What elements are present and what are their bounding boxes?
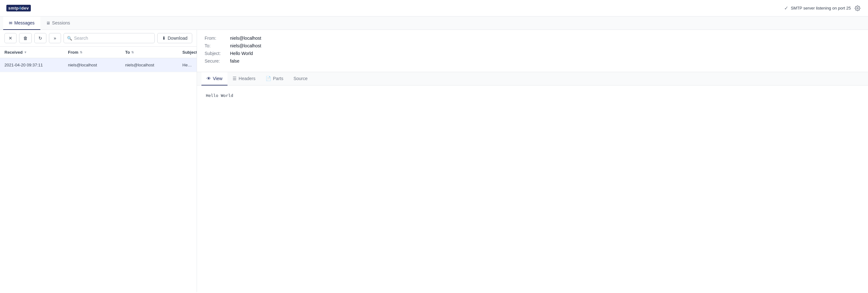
parts-tab-label: Parts bbox=[273, 76, 283, 81]
detail-from-row: From: niels@localhost bbox=[205, 36, 860, 41]
left-panel: ✕ 🗑 ↻ » 🔍 ⬇ Download R bbox=[0, 30, 197, 292]
detail-to-value: niels@localhost bbox=[230, 43, 261, 48]
logo: smtp4dev bbox=[6, 5, 31, 11]
table-header: Received ▼ From ⇅ To ⇅ Subject ⇅ bbox=[0, 47, 197, 58]
refresh-icon: ↻ bbox=[38, 36, 42, 41]
email-details: From: niels@localhost To: niels@localhos… bbox=[197, 30, 868, 72]
view-tab-label: View bbox=[213, 76, 222, 81]
detail-from-label: From: bbox=[205, 36, 230, 41]
detail-subject-label: Subject: bbox=[205, 51, 230, 56]
server-status-text: SMTP server listening on port 25 bbox=[791, 6, 851, 10]
forward-button[interactable]: » bbox=[49, 33, 61, 43]
close-button[interactable]: ✕ bbox=[4, 33, 17, 43]
status-check-icon: ✓ bbox=[784, 5, 788, 11]
email-body: Hello World bbox=[197, 86, 868, 292]
logo-four: 4 bbox=[19, 6, 21, 10]
logo-smtp: smtp bbox=[8, 6, 19, 10]
sessions-tab-icon: 🖥 bbox=[46, 21, 50, 25]
search-input[interactable] bbox=[74, 36, 151, 41]
col-to: To ⇅ bbox=[125, 50, 182, 55]
search-icon: 🔍 bbox=[67, 36, 72, 41]
logo-dev: dev bbox=[21, 6, 29, 10]
col-received: Received ▼ bbox=[4, 50, 68, 55]
svg-point-0 bbox=[857, 7, 859, 9]
messages-tab-icon: ✉ bbox=[9, 21, 12, 25]
messages-table: Received ▼ From ⇅ To ⇅ Subject ⇅ 2021-04… bbox=[0, 47, 197, 292]
detail-to-label: To: bbox=[205, 43, 230, 48]
right-panel: From: niels@localhost To: niels@localhos… bbox=[197, 30, 868, 292]
server-status: ✓ SMTP server listening on port 25 bbox=[784, 4, 862, 12]
messages-tab-label: Messages bbox=[14, 20, 35, 25]
parts-icon: 📄 bbox=[266, 76, 271, 81]
sort-icon-to: ⇅ bbox=[131, 51, 134, 54]
tab-sessions[interactable]: 🖥 Sessions bbox=[40, 17, 76, 30]
detail-secure-value: false bbox=[230, 58, 240, 64]
table-row[interactable]: 2021-04-20 09:37:11 niels@localhost niel… bbox=[0, 58, 197, 72]
toolbar: ✕ 🗑 ↻ » 🔍 ⬇ Download bbox=[0, 30, 197, 47]
tab-messages[interactable]: ✉ Messages bbox=[3, 17, 40, 30]
tab-bar: ✉ Messages 🖥 Sessions bbox=[0, 17, 868, 30]
cell-from: niels@localhost bbox=[68, 63, 125, 67]
detail-secure-row: Secure: false bbox=[205, 58, 860, 64]
view-tabs: 👁 View ☰ Headers 📄 Parts Source bbox=[197, 72, 868, 86]
eye-icon: 👁 bbox=[207, 76, 211, 81]
tab-headers[interactable]: ☰ Headers bbox=[227, 72, 260, 86]
email-body-content: Hello World bbox=[206, 93, 859, 98]
cell-to: niels@localhost bbox=[125, 63, 182, 67]
headers-icon: ☰ bbox=[232, 76, 237, 81]
close-icon: ✕ bbox=[8, 36, 12, 41]
cell-subject: Hello World bbox=[182, 63, 192, 67]
detail-subject-value: Hello World bbox=[230, 51, 253, 56]
logo-box: smtp4dev bbox=[6, 5, 31, 11]
tab-source[interactable]: Source bbox=[288, 72, 313, 86]
detail-to-row: To: niels@localhost bbox=[205, 43, 860, 48]
detail-secure-label: Secure: bbox=[205, 58, 230, 64]
tab-view[interactable]: 👁 View bbox=[202, 72, 227, 86]
detail-from-value: niels@localhost bbox=[230, 36, 261, 41]
headers-tab-label: Headers bbox=[239, 76, 255, 81]
delete-button[interactable]: 🗑 bbox=[19, 33, 32, 43]
col-subject: Subject ⇅ bbox=[182, 50, 197, 55]
detail-subject-row: Subject: Hello World bbox=[205, 51, 860, 56]
main-content: ✕ 🗑 ↻ » 🔍 ⬇ Download R bbox=[0, 30, 868, 292]
sort-icon-received: ▼ bbox=[24, 51, 27, 54]
source-tab-label: Source bbox=[293, 76, 308, 81]
download-button[interactable]: ⬇ Download bbox=[157, 33, 192, 43]
trash-icon: 🗑 bbox=[23, 36, 28, 41]
refresh-button[interactable]: ↻ bbox=[34, 33, 46, 43]
settings-button[interactable] bbox=[854, 4, 862, 12]
tab-parts[interactable]: 📄 Parts bbox=[260, 72, 288, 86]
sessions-tab-label: Sessions bbox=[52, 20, 70, 25]
search-box: 🔍 bbox=[64, 33, 155, 43]
gear-icon bbox=[855, 5, 860, 11]
col-from: From ⇅ bbox=[68, 50, 125, 55]
download-label: Download bbox=[168, 36, 187, 41]
cell-received: 2021-04-20 09:37:11 bbox=[4, 63, 68, 67]
sort-icon-from: ⇅ bbox=[80, 51, 82, 54]
top-header: smtp4dev ✓ SMTP server listening on port… bbox=[0, 0, 868, 17]
forward-icon: » bbox=[54, 36, 56, 41]
download-icon: ⬇ bbox=[162, 36, 166, 41]
